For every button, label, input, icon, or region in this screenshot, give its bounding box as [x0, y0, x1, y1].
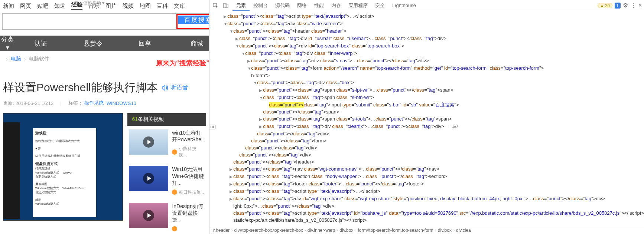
- speaker-icon: [162, 85, 169, 91]
- crumb[interactable]: form#top-search-form.top-search-form: [356, 228, 435, 233]
- top-nav-知道[interactable]: 知道: [54, 3, 65, 10]
- top-nav-文库[interactable]: 文库: [174, 3, 185, 10]
- listen-audio-button[interactable]: 听语音: [162, 84, 188, 92]
- crumb[interactable]: div.box: [338, 228, 355, 233]
- top-nav-地图[interactable]: 地图: [140, 3, 151, 10]
- play-icon: [143, 136, 154, 148]
- devtools-tab-网络[interactable]: 网络: [293, 0, 310, 10]
- top-nav-百科[interactable]: 百科: [157, 3, 168, 10]
- more-icon[interactable]: ⋮: [630, 2, 636, 9]
- tag-link-os[interactable]: 操作系统: [84, 100, 104, 106]
- search-input[interactable]: [3, 14, 177, 29]
- inspect-icon[interactable]: [212, 2, 219, 9]
- top-nav-新闻[interactable]: 新闻: [3, 3, 14, 10]
- article-title: 样设置Powershell能够执行脚本: [3, 80, 158, 95]
- play-icon: [143, 210, 154, 221]
- search-button-highlight: 百度搜索: [176, 14, 209, 29]
- category-2[interactable]: 悬赏令: [67, 39, 119, 48]
- devtools-tab-控制台[interactable]: 控制台: [250, 0, 271, 10]
- breadcrumb-leaf: 电脑软件: [29, 56, 49, 62]
- userbar-fragment: 郭大侠称鑫动 ▾: [74, 0, 104, 6]
- devtools-panel: 元素控制台源代码网络性能内存应用程序安全Lighthouse ▲ 20 1 ⚙ …: [209, 0, 644, 234]
- article-meta: 更新: 2018-06-21 16:13 | 标签： 操作系统 WINDOWS1…: [0, 98, 209, 113]
- category-0[interactable]: 分类 ▾: [0, 35, 15, 52]
- crumb[interactable]: div#top-search-box.top-search-box: [232, 228, 304, 233]
- chevron-right-icon: ›: [24, 56, 26, 62]
- settings-icon[interactable]: ⚙: [623, 2, 628, 9]
- video-thumb: [129, 129, 168, 155]
- category-1[interactable]: 认证: [15, 39, 67, 48]
- devtools-tab-性能[interactable]: 性能: [310, 0, 328, 10]
- category-bar: 分类 ▾认证悬赏令回享商城视频经验: [0, 36, 209, 51]
- video-item[interactable]: win10怎样打开PowerShell小熊科技视...: [127, 126, 206, 162]
- chevron-right-icon: ›: [6, 56, 8, 62]
- video-thumb: [129, 203, 168, 228]
- video-title: Win10无法用Win+G快捷键打...: [172, 166, 205, 186]
- top-nav-视频[interactable]: 视频: [123, 3, 134, 10]
- play-icon: [143, 173, 154, 184]
- devtools-tab-安全[interactable]: 安全: [371, 0, 388, 10]
- search-button[interactable]: 百度搜索: [178, 16, 209, 24]
- crumb[interactable]: r.header: [212, 228, 231, 233]
- close-icon[interactable]: ×: [638, 2, 642, 9]
- video-source: 每日科技fa...: [172, 189, 205, 195]
- top-nav-贴吧[interactable]: 贴吧: [37, 3, 48, 10]
- video-source: 小熊科技视...: [172, 146, 205, 158]
- video-item[interactable]: InDesign如何设置键盘快捷...: [127, 199, 206, 234]
- crumb[interactable]: div.box: [436, 228, 453, 233]
- video-title: win10怎样打开PowerShell: [172, 129, 205, 143]
- page-left: 郭大侠称鑫动 ▾ 新闻网页贴吧知道经验音乐图片视频地图百科文库 百度搜索 帮助 …: [0, 0, 209, 234]
- devtools-tabs: 元素控制台源代码网络性能内存应用程序安全Lighthouse ▲ 20 1 ⚙ …: [209, 0, 644, 11]
- devtools-tab-Lighthouse[interactable]: Lighthouse: [388, 0, 420, 10]
- article-screenshot: 游戏栏控制游戏栏打开和显示游戏的方式● 开☑ 使用游戏栏录制游戏剪辑并广播键盘快…: [3, 113, 123, 221]
- top-nav-图片[interactable]: 图片: [105, 3, 117, 10]
- devtools-tab-内存[interactable]: 内存: [328, 0, 345, 10]
- related-header: 61条相关视频: [127, 113, 206, 126]
- devtools-breadcrumbs[interactable]: r.header›div#top-search-box.top-search-b…: [209, 226, 644, 234]
- video-thumb: [129, 166, 168, 191]
- related-videos: 61条相关视频 win10怎样打开PowerShell小熊科技视...Win10…: [127, 113, 206, 234]
- crumb[interactable]: div.clea: [455, 228, 472, 233]
- annotation-text: 原来为“搜索经验”，最终改成了“百度搜索”: [156, 59, 209, 67]
- crumb[interactable]: div.inner-warp: [306, 228, 336, 233]
- category-3[interactable]: 回享: [119, 39, 171, 48]
- video-title: InDesign如何设置键盘快捷...: [172, 203, 205, 223]
- top-nav-网页[interactable]: 网页: [20, 3, 31, 10]
- tag-link-win10[interactable]: WINDOWS10: [107, 100, 136, 106]
- svg-rect-2: [225, 4, 228, 8]
- devtools-tab-源代码[interactable]: 源代码: [271, 0, 293, 10]
- search-box: 百度搜索: [2, 13, 209, 30]
- info-badge[interactable]: 1: [615, 3, 621, 9]
- video-item[interactable]: Win10无法用Win+G快捷键打...每日科技fa...: [127, 162, 206, 199]
- collapse-ellipsis[interactable]: •••: [209, 125, 216, 129]
- warnings-badge[interactable]: ▲ 20: [598, 3, 612, 8]
- elements-tree[interactable]: ••• class="punct"><class="tag">script ty…: [209, 11, 644, 226]
- device-icon[interactable]: [222, 2, 230, 9]
- breadcrumb-root[interactable]: 电脑: [11, 56, 21, 62]
- video-source: [172, 226, 205, 231]
- category-4[interactable]: 商城: [171, 39, 209, 48]
- top-nav: 新闻网页贴吧知道经验音乐图片视频地图百科文库: [0, 0, 209, 10]
- devtools-tab-应用程序[interactable]: 应用程序: [345, 0, 371, 10]
- devtools-tab-元素[interactable]: 元素: [232, 0, 250, 11]
